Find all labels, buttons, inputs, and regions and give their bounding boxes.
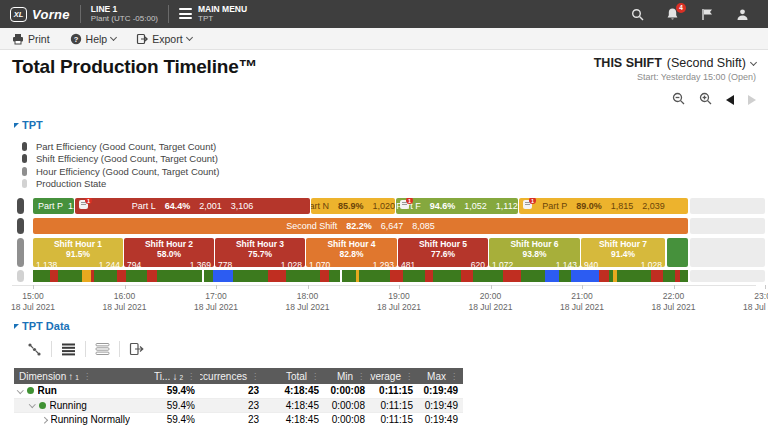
axis-tick (582, 285, 583, 289)
column-header[interactable]: Occurrences⋮ (200, 371, 264, 382)
table-row[interactable]: Running Normally59.4%234:18:450:00:080:1… (14, 413, 463, 425)
state-segment[interactable] (94, 270, 117, 282)
state-segment[interactable] (390, 270, 403, 282)
brand[interactable]: XL Vorne (10, 7, 70, 22)
column-header[interactable]: Min⋮ (324, 371, 370, 382)
state-segment[interactable] (147, 270, 157, 282)
grouped-rows-icon[interactable] (86, 342, 119, 356)
legend-swatch (22, 167, 27, 176)
state-segment[interactable] (461, 270, 473, 282)
column-menu-icon[interactable]: ⋮ (450, 372, 458, 381)
state-segment[interactable] (233, 270, 268, 282)
tpt-data-section-header[interactable]: TPT Data (14, 320, 756, 332)
part-segment[interactable]: Part P1... (33, 198, 74, 214)
shift-segment[interactable]: Second Shift82.2%6,6478,085 (33, 218, 688, 234)
hour-efficiency: 91.4% (584, 250, 662, 260)
column-header[interactable]: Dimension↑1⋮ (14, 371, 154, 382)
state-segment[interactable] (126, 270, 147, 282)
state-segment[interactable] (599, 270, 609, 282)
state-segment[interactable] (433, 270, 461, 282)
part-segment[interactable]: 1Part F94.6%1,0521,112 (396, 198, 518, 214)
column-menu-icon[interactable]: ⋮ (83, 372, 91, 381)
state-segment[interactable] (204, 270, 213, 282)
hour-segment[interactable]: Shift Hour 375.7%7781,028 (215, 238, 305, 267)
state-segment[interactable] (617, 270, 651, 282)
state-segment[interactable] (571, 270, 599, 282)
state-segment[interactable] (320, 270, 329, 282)
hour-segment[interactable]: Shift Hour 693.8%1,0721,143 (489, 238, 580, 267)
state-segment[interactable] (82, 270, 91, 282)
hour-segment[interactable]: Shift Hour 258.0%7941,369 (124, 238, 214, 267)
column-header[interactable]: Max⋮ (418, 371, 463, 382)
column-header[interactable]: Total⋮ (264, 371, 324, 382)
state-segment[interactable] (50, 270, 58, 282)
zoom-out-icon[interactable] (672, 91, 685, 109)
prev-arrow[interactable] (726, 95, 734, 105)
table-row[interactable]: Running59.4%234:18:450:00:080:11:150:19:… (14, 399, 463, 414)
state-segment[interactable] (663, 270, 675, 282)
state-segment[interactable] (521, 270, 545, 282)
brand-name: Vorne (32, 7, 70, 22)
column-menu-icon[interactable]: ⋮ (311, 372, 319, 381)
column-menu-icon[interactable]: ⋮ (187, 372, 195, 381)
hour-segment[interactable]: Shift Hour 482.8%1,0701,293 (306, 238, 397, 267)
part-segment[interactable]: 1Part P89.0%1,8152,039 (519, 198, 688, 214)
help-menu[interactable]: ? Help (70, 33, 117, 45)
state-segment[interactable] (651, 270, 663, 282)
state-segment[interactable] (58, 270, 82, 282)
column-menu-icon[interactable]: ⋮ (405, 372, 413, 381)
value-cell: 59.4% (154, 385, 200, 396)
state-segment[interactable] (268, 270, 286, 282)
column-header[interactable]: % Ti...↓2⋮ (154, 371, 200, 382)
hour-counts: 481620 (401, 260, 485, 267)
user-icon[interactable] (735, 7, 750, 22)
main-menu[interactable]: MAIN MENU TPT (179, 5, 247, 24)
hour-segment[interactable]: Shift Hour 791.4%9401,028 (581, 238, 665, 267)
tpt-section-header[interactable]: TPT (14, 119, 756, 131)
annotation-icon[interactable]: 1 (400, 200, 409, 209)
table-toolbar (18, 339, 756, 359)
expand-row-icon[interactable] (41, 417, 47, 423)
value-cell: 0:00:08 (324, 414, 370, 425)
state-segment[interactable] (545, 270, 559, 282)
export-menu[interactable]: Export (136, 33, 191, 45)
search-icon[interactable] (630, 7, 645, 22)
flat-rows-icon[interactable] (52, 342, 85, 356)
state-segment[interactable] (33, 270, 50, 282)
collapse-row-icon[interactable] (17, 387, 23, 393)
column-menu-icon[interactable]: ⋮ (251, 372, 259, 381)
flag-icon[interactable] (700, 7, 715, 22)
column-menu-icon[interactable]: ⋮ (357, 372, 365, 381)
axis-date: 18 Jul 2021 (103, 302, 147, 313)
state-segment[interactable] (559, 270, 571, 282)
state-segment[interactable] (425, 270, 433, 282)
state-segment[interactable] (286, 270, 320, 282)
state-segment[interactable] (503, 270, 521, 282)
hour-segment[interactable] (667, 238, 688, 267)
state-segment[interactable] (329, 270, 340, 282)
collapse-row-icon[interactable] (29, 401, 35, 407)
shift-selector[interactable]: THIS SHIFT (Second Shift) (594, 56, 756, 70)
notifications-icon[interactable]: 4 (665, 7, 680, 22)
state-segment[interactable] (680, 270, 688, 282)
annotation-icon[interactable]: 1 (79, 200, 88, 209)
state-segment[interactable] (157, 270, 202, 282)
hour-segment[interactable]: Shift Hour 577.6%481620 (398, 238, 488, 267)
line-selector[interactable]: LINE 1 Plant (UTC -05:00) (91, 5, 158, 24)
part-segment[interactable]: 1Part L64.4%2,0013,106 (75, 198, 310, 214)
part-segment[interactable]: Part N85.9%1,020... (311, 198, 395, 214)
hierarchy-icon[interactable] (18, 342, 51, 357)
state-segment[interactable] (473, 270, 503, 282)
state-segment[interactable] (117, 270, 126, 282)
zoom-in-icon[interactable] (699, 91, 712, 109)
state-segment[interactable] (213, 270, 233, 282)
table-row[interactable]: Run59.4%234:18:450:00:080:11:150:19:49 (14, 384, 463, 399)
print-button[interactable]: Print (12, 33, 50, 45)
hour-segment[interactable]: Shift Hour 191.5%1,1381,244 (33, 238, 123, 267)
state-segment[interactable] (403, 270, 425, 282)
column-header[interactable]: Average⋮ (370, 371, 418, 382)
annotation-icon[interactable]: 1 (523, 200, 532, 209)
export-table-icon[interactable] (120, 342, 153, 356)
state-segment[interactable] (342, 270, 356, 282)
state-segment[interactable] (359, 270, 390, 282)
